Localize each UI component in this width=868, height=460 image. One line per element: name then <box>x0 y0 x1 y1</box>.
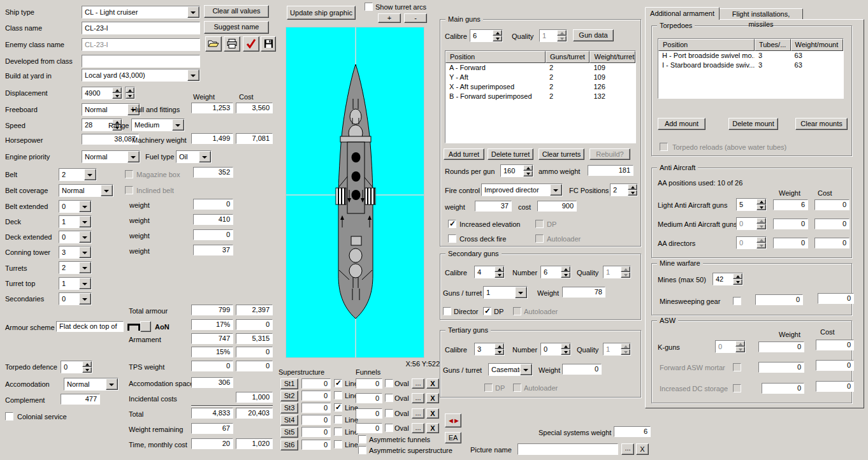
picture-name-input[interactable] <box>517 443 618 455</box>
main-guns-row[interactable]: Y - Aft 2 109 <box>445 73 635 82</box>
turret-top-combo[interactable]: 1 <box>59 277 92 290</box>
conning-tower-combo[interactable]: 3 <box>59 246 92 259</box>
spinner-arrows-icon[interactable] <box>756 199 766 210</box>
spinner-arrows-icon[interactable] <box>523 165 533 176</box>
sg-quality-spinner[interactable]: 1 <box>603 266 631 278</box>
st1-button[interactable]: St1 <box>280 378 298 389</box>
st4-button[interactable]: St4 <box>280 415 298 426</box>
funnel1-delete-button[interactable]: X <box>426 378 439 389</box>
displacement-fine-spinner[interactable] <box>125 87 135 99</box>
torpedoes-table-header[interactable]: Position Tubes/... Weight/mount <box>658 39 843 51</box>
open-file-button[interactable] <box>205 36 222 52</box>
fuel-type-combo[interactable]: Oil <box>176 150 212 163</box>
developed-from-input[interactable] <box>82 55 200 68</box>
add-turret-button[interactable]: Add turret <box>444 148 484 160</box>
torpedo-mount-row[interactable]: I - Starboard broadside swiv... 3 63 <box>658 61 843 70</box>
aa-directors-spinner[interactable]: 0 <box>736 236 767 249</box>
spinner-arrows-icon[interactable] <box>493 30 502 41</box>
spinner-arrows-icon[interactable] <box>621 266 630 278</box>
mg-quality-spinner[interactable]: 1 <box>539 29 567 42</box>
spinner-arrows-icon[interactable] <box>557 30 567 41</box>
light-aa-spinner[interactable]: 5 <box>736 198 767 211</box>
st2-value[interactable]: 0 <box>301 391 331 401</box>
minesweeping-gear-checkbox[interactable] <box>733 297 741 305</box>
dropdown-arrow-icon[interactable] <box>520 364 532 375</box>
belt-extended-combo[interactable]: 0 <box>59 200 92 213</box>
fire-control-combo[interactable]: Improved director <box>481 183 563 196</box>
main-guns-row[interactable]: B - Forward superimposed 2 132 <box>445 92 635 101</box>
print-button[interactable] <box>224 36 240 52</box>
spinner-arrows-icon[interactable] <box>82 361 92 373</box>
build-yard-combo[interactable]: Local yard (43,000) <box>82 69 200 82</box>
main-guns-row[interactable]: A - Forward 2 109 <box>445 63 635 73</box>
delete-mount-button[interactable]: Delete mount <box>728 118 778 130</box>
tg-calibre-spinner[interactable]: 3 <box>474 343 505 356</box>
st6-line-checkbox[interactable] <box>334 440 342 449</box>
funnel2-browse-button[interactable]: ... <box>412 393 424 403</box>
displacement-spinner[interactable]: 4900 <box>82 87 122 99</box>
torp-col-weight[interactable]: Weight/mount <box>791 39 843 51</box>
funnel1-value[interactable]: 0 <box>356 378 382 389</box>
st2-button[interactable]: St2 <box>280 391 298 401</box>
funnel2-delete-button[interactable]: X <box>426 393 439 403</box>
dropdown-arrow-icon[interactable] <box>172 119 184 131</box>
delete-turret-button[interactable]: Delete turret <box>488 148 533 160</box>
mg-calibre-spinner[interactable]: 6 <box>470 29 503 42</box>
cycle-design-arrows-button[interactable]: ◄► <box>445 413 461 428</box>
spinner-arrows-icon[interactable] <box>112 87 122 99</box>
mg-col-position[interactable]: Position <box>445 51 546 63</box>
st5-line-checkbox[interactable] <box>334 428 342 436</box>
asymmetric-superstructure-checkbox[interactable] <box>358 446 366 454</box>
secondaries-combo[interactable]: 0 <box>59 292 92 305</box>
picture-clear-button[interactable]: X <box>636 443 649 455</box>
st1-value[interactable]: 0 <box>301 378 331 389</box>
dropdown-arrow-icon[interactable] <box>79 262 91 273</box>
torp-col-tubes[interactable]: Tubes/... <box>755 39 791 51</box>
st2-line-checkbox[interactable] <box>334 391 342 399</box>
tg-quality-spinner[interactable]: 1 <box>603 343 631 356</box>
funnel4-delete-button[interactable]: X <box>426 423 439 433</box>
medium-aa-spinner[interactable]: 0 <box>736 217 767 230</box>
dropdown-arrow-icon[interactable] <box>84 169 96 180</box>
dropdown-arrow-icon[interactable] <box>79 231 91 243</box>
main-guns-table[interactable]: Position Guns/turret Weight/turret A - F… <box>445 50 636 143</box>
accomodation-combo[interactable]: Normal <box>64 378 119 391</box>
funnel3-delete-button[interactable]: X <box>426 408 439 419</box>
gun-data-button[interactable]: Gun data <box>573 29 614 41</box>
funnel4-value[interactable]: 0 <box>356 423 382 433</box>
st4-value[interactable]: 0 <box>301 415 331 425</box>
spinner-arrows-icon[interactable] <box>756 237 766 248</box>
st5-button[interactable]: St5 <box>280 427 298 438</box>
show-turret-arcs-checkbox[interactable] <box>365 3 373 11</box>
dropdown-arrow-icon[interactable] <box>187 6 199 18</box>
clear-all-values-button[interactable]: Clear all values <box>204 5 269 18</box>
spinner-arrows-icon[interactable] <box>561 343 570 355</box>
st3-value[interactable]: 0 <box>301 403 331 413</box>
mg-col-guns-turret[interactable]: Guns/turret <box>546 51 590 63</box>
spinner-arrows-icon[interactable] <box>733 273 742 285</box>
ea-button[interactable]: EA <box>445 432 461 443</box>
funnel4-oval-checkbox[interactable] <box>385 424 393 432</box>
turrets-combo[interactable]: 2 <box>59 261 92 274</box>
spinner-arrows-icon[interactable] <box>126 87 134 99</box>
main-guns-row[interactable]: X - Aft superimposed 2 126 <box>445 82 635 92</box>
dropdown-arrow-icon[interactable] <box>79 293 91 305</box>
dropdown-arrow-icon[interactable] <box>187 69 199 81</box>
picture-browse-button[interactable]: ... <box>621 443 634 455</box>
zoom-out-button[interactable]: - <box>404 13 427 23</box>
funnel1-browse-button[interactable]: ... <box>412 378 424 389</box>
sg-director-checkbox[interactable] <box>443 307 451 315</box>
sg-number-spinner[interactable]: 6 <box>540 266 571 278</box>
spinner-arrows-icon[interactable] <box>495 266 504 278</box>
engine-priority-combo[interactable]: Normal <box>82 150 140 163</box>
dropdown-arrow-icon[interactable] <box>101 185 113 196</box>
save-button[interactable] <box>261 36 276 52</box>
deck-extended-combo[interactable]: 0 <box>59 231 92 243</box>
dropdown-arrow-icon[interactable] <box>515 287 527 298</box>
deck-combo[interactable]: 1 <box>59 215 92 228</box>
belt-combo[interactable]: 2 <box>59 168 97 181</box>
zoom-in-button[interactable]: + <box>378 13 401 23</box>
class-name-input[interactable]: CL-23-I <box>82 22 200 34</box>
dropdown-arrow-icon[interactable] <box>199 151 211 162</box>
colonial-service-checkbox[interactable] <box>5 412 13 420</box>
